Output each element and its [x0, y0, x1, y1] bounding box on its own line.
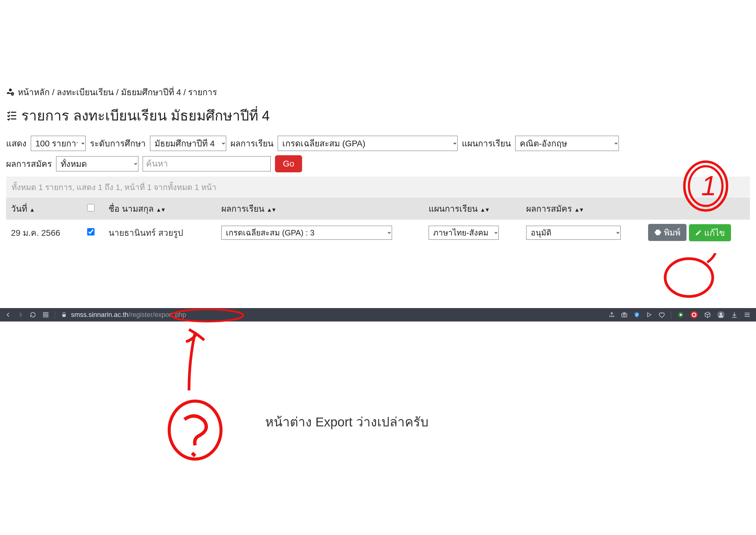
filter-row-1: แสดง 100 รายการ ระดับการศึกษา มัธยมศึกษา… [6, 136, 750, 151]
search-input[interactable] [143, 156, 271, 171]
svg-rect-3 [43, 315, 45, 317]
row-plan-select[interactable]: ภาษาไทย-สังคม [429, 226, 499, 240]
cell-result: เกรดเฉลี่ยสะสม (GPA) : 3 [216, 220, 424, 245]
svg-point-18 [169, 401, 221, 459]
svg-rect-2 [46, 313, 48, 315]
svg-point-6 [623, 314, 625, 316]
back-icon[interactable] [6, 312, 11, 318]
annotation-circle-2 [165, 397, 226, 467]
go-button[interactable]: Go [275, 155, 302, 172]
reload-icon[interactable] [30, 312, 36, 318]
play-icon[interactable] [646, 312, 652, 318]
cell-check [82, 220, 104, 245]
cell-date: 29 ม.ค. 2566 [6, 220, 82, 245]
pencil-icon [695, 229, 702, 236]
home-icon [6, 88, 14, 97]
row-result-select[interactable]: เกรดเฉลี่ยสะสม (GPA) : 3 [221, 226, 392, 240]
plan-select[interactable]: คณิต-อังกฤษ [515, 136, 619, 151]
profile-icon[interactable] [717, 311, 725, 319]
result-label: ผลการเรียน [230, 137, 273, 150]
page-content: หน้าหลัก / ลงทะเบียนเรียน / มัธยมศึกษาปี… [0, 85, 756, 245]
menu-icon[interactable] [744, 311, 750, 318]
lock-icon[interactable] [61, 312, 67, 318]
cell-name: นายธานินทร์ สวยรูป [104, 220, 216, 245]
sort-icon: ▲▼ [574, 207, 583, 213]
svg-rect-4 [46, 315, 48, 317]
col-checkbox[interactable] [82, 198, 104, 220]
cube-icon[interactable] [704, 311, 711, 318]
filter-row-2: ผลการสมัคร ทั้งหมด Go [6, 155, 750, 172]
sort-icon: ▲▼ [267, 207, 276, 213]
select-all-checkbox[interactable] [87, 204, 94, 211]
note-text: หน้าต่าง Export ว่างเปล่าครับ [265, 412, 429, 432]
svg-marker-7 [647, 313, 651, 317]
page-title-text: รายการ ลงทะเบียนเรียน มัธยมศึกษาปีที่ 4 [21, 104, 270, 127]
col-apply[interactable]: ผลการสมัคร ▲▼ [521, 198, 643, 220]
level-label: ระดับการศึกษา [90, 137, 146, 150]
camera-icon[interactable] [621, 311, 628, 318]
download-icon[interactable] [731, 311, 738, 318]
show-select[interactable]: 100 รายการ [31, 136, 86, 151]
sort-icon: ▲▼ [480, 207, 489, 213]
ext-icon-2[interactable] [690, 311, 698, 319]
svg-point-9 [690, 311, 698, 319]
show-label: แสดง [6, 137, 27, 150]
table-info: ทั้งหมด 1 รายการ, แสดง 1 ถึง 1, หน้าที่ … [6, 177, 750, 198]
level-select[interactable]: มัธยมศึกษาปีที่ 4 [150, 136, 226, 151]
cell-apply: อนุมัติ [521, 220, 643, 245]
sort-icon: ▲▼ [156, 207, 165, 213]
results-table: วันที่ ▲ ชื่อ นามสกุล ▲▼ ผลการเรียน ▲▼ แ… [6, 198, 750, 245]
print-icon [654, 229, 662, 236]
cell-plan: ภาษาไทย-สังคม [424, 220, 521, 245]
row-checkbox[interactable] [87, 228, 94, 236]
share-icon[interactable] [609, 312, 615, 318]
col-date[interactable]: วันที่ ▲ [6, 198, 82, 220]
speed-dial-icon[interactable] [43, 312, 49, 318]
svg-point-12 [720, 313, 722, 315]
url-text[interactable]: smss.sinnarin.ac.th/register/export.php [71, 311, 186, 319]
svg-point-16 [665, 259, 713, 296]
browser-bar: smss.sinnarin.ac.th/register/export.php [0, 308, 756, 322]
heart-icon[interactable] [658, 311, 665, 318]
annotation-arrow [171, 323, 220, 397]
col-name[interactable]: ชื่อ นามสกุล ▲▼ [104, 198, 216, 220]
list-check-icon [6, 110, 18, 122]
print-button[interactable]: พิมพ์ [648, 224, 687, 241]
table-row: 29 ม.ค. 2566 นายธานินทร์ สวยรูป เกรดเฉลี… [6, 220, 750, 245]
apply-label: ผลการสมัคร [6, 157, 52, 171]
svg-rect-1 [43, 313, 45, 315]
forward-icon[interactable] [18, 312, 23, 318]
page-title: รายการ ลงทะเบียนเรียน มัธยมศึกษาปีที่ 4 [6, 104, 750, 127]
ext-icon-1[interactable] [677, 311, 684, 318]
col-result[interactable]: ผลการเรียน ▲▼ [216, 198, 424, 220]
sort-asc-icon: ▲ [30, 207, 35, 213]
edit-button[interactable]: แก้ไข [689, 224, 731, 241]
col-plan[interactable]: แผนการเรียน ▲▼ [424, 198, 521, 220]
shield-icon[interactable] [634, 312, 640, 318]
col-actions [643, 198, 750, 220]
breadcrumb: หน้าหลัก / ลงทะเบียนเรียน / มัธยมศึกษาปี… [6, 85, 750, 99]
annotation-circle-print [662, 253, 716, 302]
apply-select[interactable]: ทั้งหมด [56, 156, 138, 171]
row-apply-select[interactable]: อนุมัติ [526, 226, 621, 240]
result-select[interactable]: เกรดเฉลี่ยสะสม (GPA) [278, 136, 458, 151]
plan-label: แผนการเรียน [462, 137, 511, 150]
cell-actions: พิมพ์ แก้ไข [643, 220, 750, 245]
breadcrumb-text[interactable]: หน้าหลัก / ลงทะเบียนเรียน / มัธยมศึกษาปี… [18, 85, 217, 99]
